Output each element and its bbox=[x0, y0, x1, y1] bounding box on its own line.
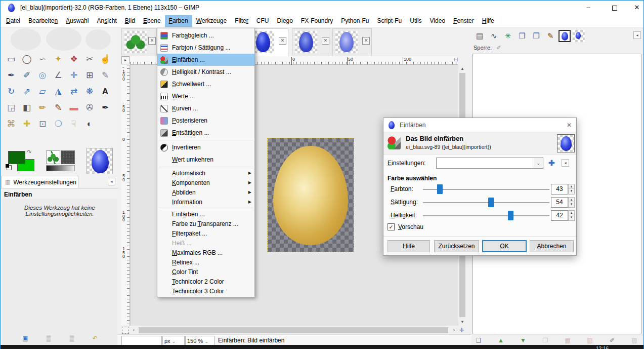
menu-item-invertieren[interactable]: Invertieren bbox=[157, 141, 254, 153]
tool-bucket-fill[interactable]: ◲ bbox=[5, 101, 18, 114]
ruler-corner-menu-button[interactable]: ▸ bbox=[121, 56, 130, 64]
active-gradient-thumbnail[interactable] bbox=[46, 165, 75, 171]
image-egg-tab[interactable] bbox=[559, 30, 571, 42]
maximize-button[interactable] bbox=[603, 0, 626, 15]
delete-options-button[interactable]: ▒ bbox=[67, 334, 76, 342]
slider-spinner[interactable]: ▲▼ bbox=[568, 197, 575, 208]
abbrechen-button[interactable]: Abbrechen bbox=[530, 240, 574, 252]
menu-cfu[interactable]: CFU bbox=[252, 15, 273, 27]
scroll-right-icon[interactable]: › bbox=[450, 326, 458, 334]
menu-farben[interactable]: Farben bbox=[165, 15, 192, 27]
tool-flip[interactable]: ⇄ bbox=[67, 85, 80, 98]
duplicate-layer-button[interactable]: ❐ bbox=[541, 336, 549, 344]
tool-foreground-select[interactable]: ☝ bbox=[99, 53, 112, 66]
default-colors-icon[interactable] bbox=[7, 165, 12, 170]
slider-track[interactable] bbox=[423, 189, 549, 190]
mask-layer-button[interactable]: ✐ bbox=[608, 336, 616, 344]
merge-layer-button[interactable]: ▥ bbox=[586, 336, 594, 344]
menu-item-information[interactable]: Information▶ bbox=[157, 197, 254, 207]
slider-value-input[interactable]: 42 bbox=[551, 210, 568, 221]
close-button[interactable]: ✕ bbox=[625, 0, 644, 15]
menu-item-maximales-rgb[interactable]: Maximales RGB ... bbox=[157, 248, 254, 257]
zurücksetzen-button[interactable]: Zurücksetzen bbox=[434, 240, 479, 252]
tool-move[interactable]: ✛ bbox=[67, 69, 80, 82]
image-tab-egg-medium[interactable]: ✕ bbox=[292, 28, 331, 56]
tool-fuzzy-select[interactable]: ✦ bbox=[52, 53, 65, 66]
tool-paths[interactable]: ✒ bbox=[5, 69, 18, 82]
raise-layer-button[interactable]: ▲ bbox=[497, 336, 505, 344]
close-tab-icon[interactable]: ✕ bbox=[322, 37, 329, 45]
menu-item-posterisieren[interactable]: Posterisieren bbox=[157, 114, 254, 127]
paths-tab[interactable]: ∿ bbox=[488, 30, 500, 42]
lower-layer-button[interactable]: ▼ bbox=[519, 336, 527, 344]
add-settings-button[interactable]: ✚ bbox=[548, 159, 555, 168]
image-layer[interactable] bbox=[267, 138, 354, 252]
tool-color-picker[interactable]: ✐ bbox=[20, 69, 33, 82]
zoom-fit-toggle-icon[interactable]: ⊡ bbox=[454, 57, 458, 62]
slider-spinner[interactable]: ▲▼ bbox=[568, 184, 575, 195]
slider-track[interactable] bbox=[423, 215, 549, 216]
menu-item-einfärben[interactable]: Einfärben ... bbox=[157, 209, 254, 219]
image-tab-egg-light[interactable]: ✕ bbox=[332, 28, 372, 56]
settings-menu-button[interactable]: ◂ bbox=[562, 159, 569, 167]
tool-select-by-color[interactable]: ❖ bbox=[67, 53, 80, 66]
menu-ansicht[interactable]: Ansicht bbox=[93, 15, 120, 27]
menu-bearbeiten[interactable]: Bearbeiten bbox=[24, 15, 62, 27]
menu-werkzeuge[interactable]: Werkzeuge bbox=[192, 15, 231, 27]
tool-rect-select[interactable]: ▭ bbox=[5, 53, 18, 66]
hilfe-button[interactable]: Hilfe bbox=[388, 240, 430, 252]
tool-text[interactable]: A bbox=[99, 85, 112, 98]
scroll-left-icon[interactable]: ‹ bbox=[130, 326, 138, 334]
menu-item-heiß[interactable]: Heiß ... bbox=[157, 238, 254, 248]
unit-dropdown[interactable]: px ⌄ bbox=[162, 336, 185, 346]
menu-item-wert-umkehren[interactable]: Wert umkehren bbox=[157, 153, 254, 166]
menu-item-technicolor-3-color[interactable]: Technicolor 3 Color bbox=[157, 286, 254, 296]
tool-blur-sharpen[interactable]: ❍ bbox=[52, 118, 65, 131]
menu-utils[interactable]: Utils bbox=[406, 15, 425, 27]
tool-ink[interactable]: ✒ bbox=[99, 101, 112, 114]
menu-item-abbilden[interactable]: Abbilden▶ bbox=[157, 187, 254, 197]
scroll-up-icon[interactable]: ▲ bbox=[458, 65, 466, 72]
menu-item-werte[interactable]: Werte ... bbox=[157, 90, 254, 102]
slider-handle[interactable] bbox=[508, 211, 513, 220]
menu-item-einfärben[interactable]: Einfärben ... bbox=[157, 54, 254, 66]
spin-down-icon[interactable]: ▼ bbox=[569, 215, 574, 220]
menu-item-helligkeit-kontrast[interactable]: Helligkeit / Kontrast ... bbox=[157, 66, 254, 78]
menu-fenster[interactable]: Fenster bbox=[449, 15, 478, 27]
tool-perspective-clone[interactable]: ⊡ bbox=[36, 118, 49, 131]
menu-item-farbton-sättigung[interactable]: Farbton / Sättigung ... bbox=[157, 42, 254, 54]
scroll-down-icon[interactable]: ▼ bbox=[458, 318, 466, 326]
layers-tab[interactable]: ▤ bbox=[474, 30, 486, 42]
spin-up-icon[interactable]: ▲ bbox=[569, 211, 574, 215]
zoom-dropdown[interactable]: 150 % ⌄ bbox=[185, 336, 214, 346]
titlebar[interactable]: [ei_blau](importiert)-32.0 (RGB-Farben, … bbox=[0, 0, 644, 15]
close-tab-icon[interactable]: ✕ bbox=[279, 37, 286, 45]
dialog-close-icon[interactable]: ✕ bbox=[562, 118, 576, 132]
delete-layer-button[interactable]: ▧ bbox=[630, 336, 638, 344]
tool-scissors-select[interactable]: ✂ bbox=[83, 53, 96, 66]
active-pattern-thumbnail[interactable] bbox=[61, 150, 75, 164]
lock-brush-icon[interactable]: ✐ bbox=[496, 45, 501, 51]
menu-fx-foundry[interactable]: FX-Foundry bbox=[297, 15, 337, 27]
spin-up-icon[interactable]: ▲ bbox=[569, 198, 574, 202]
menu-item-retinex[interactable]: Retinex ... bbox=[157, 257, 254, 267]
tool-airbrush[interactable]: ✇ bbox=[83, 101, 96, 114]
menu-item-kurven[interactable]: Kurven ... bbox=[157, 102, 254, 114]
ok-button[interactable]: OK bbox=[482, 240, 527, 252]
tool-zoom[interactable]: ◎ bbox=[36, 69, 49, 82]
tool-perspective[interactable]: ◮ bbox=[52, 85, 65, 98]
tool-dodge-burn[interactable]: ◐ bbox=[83, 118, 96, 131]
menu-diego[interactable]: Diego bbox=[273, 15, 296, 27]
windows-taskbar[interactable]: 12:16 bbox=[0, 345, 644, 349]
menu-auswahl[interactable]: Auswahl bbox=[62, 15, 93, 27]
vertical-ruler[interactable]: - 1 0 0- 5 005 01 0 01 5 0 bbox=[121, 65, 130, 326]
tool-cage-transform[interactable]: ❋ bbox=[83, 85, 96, 98]
close-tab-icon[interactable]: ✕ bbox=[148, 37, 156, 45]
horizontal-scroll-thumb[interactable] bbox=[139, 327, 448, 333]
tool-options-collapse-button[interactable]: ◂ bbox=[108, 178, 115, 185]
tool-smudge[interactable]: ☟ bbox=[67, 118, 80, 131]
spin-down-icon[interactable]: ▼ bbox=[569, 189, 574, 193]
history-tab[interactable]: ❐ bbox=[530, 30, 542, 42]
foreground-color-swatch[interactable] bbox=[8, 151, 25, 164]
slider-value-input[interactable]: 54 bbox=[551, 197, 568, 208]
